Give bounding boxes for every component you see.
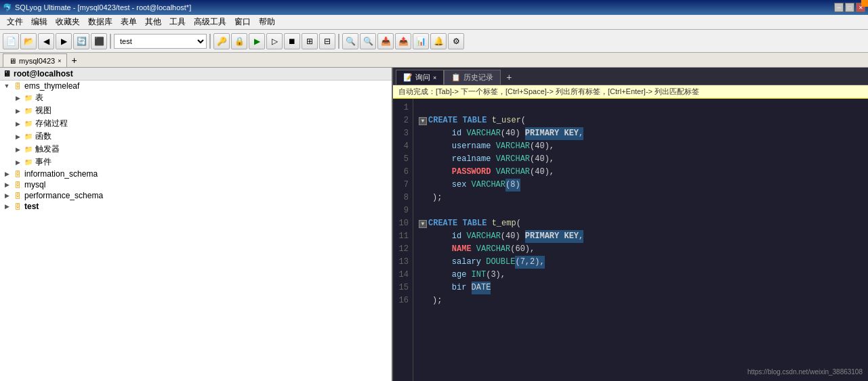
toolbar-open[interactable]: 📂	[20, 33, 37, 49]
tree-views[interactable]: ▶ 📁 视图	[11, 104, 392, 117]
type-int: INT	[472, 269, 487, 282]
tree-triggers[interactable]: ▶ 📁 触发器	[11, 143, 392, 156]
col-name-emp	[432, 243, 452, 256]
ln-2: 2	[397, 114, 409, 127]
type-varchar-2: VARCHAR	[496, 140, 530, 153]
tab-query[interactable]: 📝 询问 ×	[396, 70, 444, 85]
toolbar-new[interactable]: 📄	[3, 33, 19, 49]
tab-history[interactable]: 📋 历史记录	[444, 70, 501, 85]
expander-test[interactable]: ▶	[1, 203, 12, 210]
kw-create-1: CREATE	[428, 114, 457, 127]
toolbar-disconnect[interactable]: 🔒	[231, 33, 247, 49]
tab-history-icon: 📋	[451, 73, 461, 82]
tbl-name-2: t_emp	[492, 217, 516, 230]
code-line-11: id VARCHAR (40) PRIMARY KEY ,	[419, 230, 863, 243]
ln-1: 1	[397, 102, 409, 114]
expander-events[interactable]: ▶	[12, 159, 23, 166]
expander-infoschema[interactable]: ▶	[1, 171, 12, 177]
col-password	[432, 166, 452, 179]
maximize-button[interactable]: □	[845, 3, 854, 12]
conn-tab-close[interactable]: ×	[58, 58, 61, 64]
toolbar-export[interactable]: 📤	[395, 33, 411, 49]
toolbar-stop-query[interactable]: ⏹	[284, 33, 300, 49]
db-icon-ems: 🗄	[12, 81, 23, 91]
expander-ems[interactable]: ▼	[1, 83, 12, 89]
toolbar-sep-2	[209, 34, 211, 49]
menu-window[interactable]: 窗口	[230, 15, 255, 29]
menu-other[interactable]: 其他	[141, 15, 165, 29]
db-test[interactable]: ▶ 🗄 test	[0, 201, 392, 212]
menu-tools[interactable]: 工具	[165, 15, 190, 29]
toolbar-back[interactable]: ◀	[38, 33, 54, 49]
ln-15: 15	[397, 282, 409, 294]
connection-tab[interactable]: 🖥 mysql0423 ×	[3, 53, 67, 67]
expander-functions[interactable]: ▶	[12, 133, 23, 140]
expander-views[interactable]: ▶	[12, 108, 23, 114]
ln-5: 5	[397, 153, 409, 166]
tab-history-label: 历史记录	[463, 72, 493, 83]
tree-procedures[interactable]: ▶ 📁 存储过程	[11, 117, 392, 130]
toolbar-execute[interactable]: ▶	[249, 33, 265, 49]
menu-table[interactable]: 表单	[117, 15, 141, 29]
db-ems-thymeleaf[interactable]: ▼ 🗄 ems_thymeleaf	[0, 81, 392, 91]
toolbar-execute-line[interactable]: ▷	[266, 33, 283, 49]
db-information-schema[interactable]: ▶ 🗄 information_schema	[0, 169, 392, 179]
toolbar-sep-3	[338, 34, 339, 49]
type-varchar-4: VARCHAR	[496, 166, 530, 179]
tab-query-close[interactable]: ×	[433, 74, 436, 81]
menu-edit[interactable]: 编辑	[27, 15, 51, 29]
expander-perfschema[interactable]: ▶	[1, 192, 12, 199]
ln-4: 4	[397, 140, 409, 153]
minimize-button[interactable]: ─	[834, 3, 844, 12]
tree-events[interactable]: ▶ 📁 事件	[11, 156, 392, 169]
left-panel: 🖥 root@localhost ▼ 🗄 ems_thymeleaf ▶ 📁 表…	[0, 68, 393, 381]
collapse-btn-1[interactable]: ▼	[419, 117, 427, 125]
menu-advanced-tools[interactable]: 高级工具	[190, 15, 230, 29]
toolbar-forward[interactable]: ▶	[56, 33, 72, 49]
toolbar-schema[interactable]: 📊	[413, 33, 429, 49]
root-item[interactable]: 🖥 root@localhost	[0, 68, 392, 81]
code-line-9	[419, 204, 863, 217]
tree-tables[interactable]: ▶ 📁 表	[11, 91, 392, 104]
kw-table-1: TABLE	[457, 114, 491, 127]
database-selector[interactable]: test mysql information_schema performanc…	[114, 34, 207, 49]
expander-tables[interactable]: ▶	[12, 95, 23, 102]
toolbar-connect[interactable]: 🔑	[213, 33, 230, 49]
tab-add[interactable]: +	[501, 70, 517, 85]
conn-tab-add[interactable]: +	[67, 53, 81, 67]
expander-mysql[interactable]: ▶	[1, 181, 12, 188]
code-line-16: );	[419, 294, 863, 307]
folder-icon-functions: 📁	[23, 132, 34, 141]
toolbar-import[interactable]: 📥	[377, 33, 394, 49]
db-performance-schema[interactable]: ▶ 🗄 performance_schema	[0, 190, 392, 201]
code-content[interactable]: ▼ CREATE TABLE t_user ( id VARCHAR (40) …	[413, 99, 868, 381]
toolbar-notify[interactable]: 🔔	[430, 33, 447, 49]
db-mysql[interactable]: ▶ 🗄 mysql	[0, 179, 392, 190]
ln-11: 11	[397, 230, 409, 243]
punct-1: (	[521, 114, 526, 127]
punct-8: (40)	[501, 230, 525, 243]
folder-icon-procedures: 📁	[23, 119, 34, 129]
toolbar-refresh[interactable]: 🔄	[73, 33, 89, 49]
tree-functions[interactable]: ▶ 📁 函数	[11, 130, 392, 143]
toolbar-options[interactable]: ⚙	[448, 33, 464, 49]
toolbar-table-view[interactable]: ⊞	[302, 33, 318, 49]
menu-help[interactable]: 帮助	[255, 15, 279, 29]
expander-triggers[interactable]: ▶	[12, 146, 23, 153]
toolbar-stop[interactable]: ⬛	[91, 33, 107, 49]
punct-6: (8)	[505, 179, 520, 192]
menu-file[interactable]: 文件	[3, 15, 27, 29]
toolbar-grid[interactable]: ⊟	[319, 33, 335, 49]
label-views: 视图	[35, 105, 51, 116]
toolbar-filter[interactable]: 🔍	[360, 33, 376, 49]
code-editor[interactable]: 1 2 3 4 5 6 7 8 9 10 11 12 13 14 15 16	[393, 99, 868, 381]
collapse-btn-2[interactable]: ▼	[419, 220, 427, 228]
toolbar-search[interactable]: 🔍	[342, 33, 358, 49]
menu-database[interactable]: 数据库	[84, 15, 117, 29]
code-line-12: NAME VARCHAR (60),	[419, 243, 863, 256]
folder-icon-views: 📁	[23, 106, 34, 116]
col-id-1: id	[432, 127, 466, 140]
label-triggers: 触发器	[35, 143, 60, 155]
expander-procedures[interactable]: ▶	[12, 120, 23, 127]
menu-favorites[interactable]: 收藏夹	[51, 15, 84, 29]
